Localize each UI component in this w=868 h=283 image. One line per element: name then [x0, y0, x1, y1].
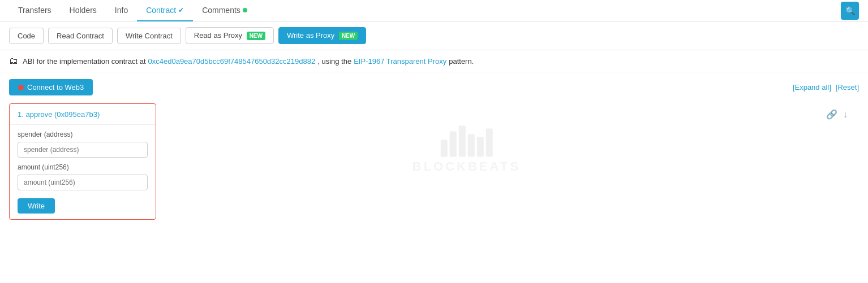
abi-text3: pattern. [449, 57, 474, 66]
red-dot-icon [18, 85, 24, 90]
function-section: 1. approve (0x095ea7b3) spender (address… [9, 103, 859, 220]
search-icon: 🔍 [845, 6, 855, 15]
function-header: 1. approve (0x095ea7b3) [10, 104, 156, 125]
nav-tabs: Transfers Holders Info Contract ✔ Commen… [9, 0, 841, 21]
write-contract-button[interactable]: Write Contract [117, 28, 181, 44]
tab-transfers-label: Transfers [18, 6, 51, 15]
connect-btn-label: Connect to Web3 [27, 83, 84, 92]
read-as-proxy-label: Read as Proxy [194, 31, 242, 40]
connect-bar: Connect to Web3 [Expand all] [Reset] [9, 79, 859, 95]
function-title-link[interactable]: 1. approve (0x095ea7b3) [18, 110, 100, 119]
tab-contract[interactable]: Contract ✔ [137, 0, 193, 21]
download-icon[interactable]: ↓ [843, 110, 848, 120]
abi-info-bar: 🗂 ABI for the implementation contract at… [0, 50, 868, 72]
tab-holders-label: Holders [70, 6, 97, 15]
expand-all-link[interactable]: [Expand all] [793, 83, 831, 92]
function-box-approve: 1. approve (0x095ea7b3) spender (address… [9, 103, 156, 220]
sub-navigation: Code Read Contract Write Contract Read a… [0, 21, 868, 50]
contract-check-icon: ✔ [178, 6, 184, 14]
top-navigation: Transfers Holders Info Contract ✔ Commen… [0, 0, 868, 21]
main-content: BLOCKBEATS Connect to Web3 [Expand all] … [0, 72, 868, 227]
write-as-proxy-button[interactable]: Write as Proxy NEW [278, 27, 366, 44]
stack-icon: 🗂 [9, 56, 18, 66]
eip-link[interactable]: EIP-1967 Transparent Proxy [354, 57, 446, 66]
tab-info[interactable]: Info [106, 0, 137, 21]
read-contract-button[interactable]: Read Contract [48, 28, 113, 44]
amount-input[interactable] [18, 175, 148, 190]
write-as-proxy-new-badge: NEW [339, 32, 358, 40]
contract-address-link[interactable]: 0xc4ed0a9ea70d5bcc69f748547650d32cc219d8… [148, 57, 316, 66]
expand-reset-area: [Expand all] [Reset] [793, 83, 859, 92]
function-row-actions: 🔗 ↓ [826, 109, 848, 120]
code-button[interactable]: Code [9, 28, 44, 44]
function-body: spender (address) amount (uint256) Write [10, 125, 156, 219]
abi-text2: , using the [317, 57, 351, 66]
tab-transfers[interactable]: Transfers [9, 0, 61, 21]
connect-to-web3-button[interactable]: Connect to Web3 [9, 79, 93, 95]
tab-comments-label: Comments [202, 6, 240, 15]
spender-input[interactable] [18, 142, 148, 158]
tab-holders[interactable]: Holders [61, 0, 106, 21]
tab-info-label: Info [115, 6, 128, 15]
spender-param-label: spender (address) [18, 130, 148, 138]
write-as-proxy-label: Write as Proxy [287, 31, 334, 40]
tab-comments[interactable]: Comments [193, 0, 256, 21]
link-icon[interactable]: 🔗 [826, 109, 837, 120]
tab-contract-label: Contract [146, 6, 176, 15]
search-button[interactable]: 🔍 [841, 2, 859, 20]
write-button[interactable]: Write [18, 198, 55, 214]
read-as-proxy-new-badge: NEW [247, 32, 265, 40]
abi-text1: ABI for the implementation contract at [23, 57, 146, 66]
read-as-proxy-button[interactable]: Read as Proxy NEW [186, 27, 274, 44]
reset-link[interactable]: [Reset] [836, 83, 859, 92]
amount-param-label: amount (uint256) [18, 163, 148, 171]
comments-dot-icon [243, 8, 247, 12]
